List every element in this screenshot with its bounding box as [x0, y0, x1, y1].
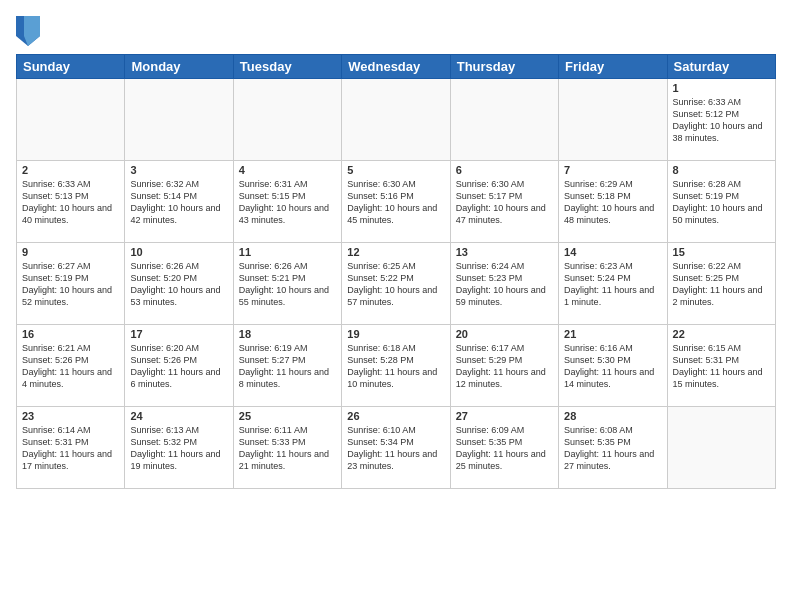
calendar-cell: [450, 79, 558, 161]
day-info: Sunrise: 6:17 AM Sunset: 5:29 PM Dayligh…: [456, 342, 553, 391]
weekday-header-tuesday: Tuesday: [233, 55, 341, 79]
day-info: Sunrise: 6:09 AM Sunset: 5:35 PM Dayligh…: [456, 424, 553, 473]
calendar-cell: [559, 79, 667, 161]
day-info: Sunrise: 6:29 AM Sunset: 5:18 PM Dayligh…: [564, 178, 661, 227]
weekday-header-friday: Friday: [559, 55, 667, 79]
day-info: Sunrise: 6:25 AM Sunset: 5:22 PM Dayligh…: [347, 260, 444, 309]
day-info: Sunrise: 6:11 AM Sunset: 5:33 PM Dayligh…: [239, 424, 336, 473]
calendar-cell: 7Sunrise: 6:29 AM Sunset: 5:18 PM Daylig…: [559, 161, 667, 243]
day-info: Sunrise: 6:19 AM Sunset: 5:27 PM Dayligh…: [239, 342, 336, 391]
day-info: Sunrise: 6:13 AM Sunset: 5:32 PM Dayligh…: [130, 424, 227, 473]
day-info: Sunrise: 6:26 AM Sunset: 5:20 PM Dayligh…: [130, 260, 227, 309]
day-number: 14: [564, 246, 661, 258]
week-row-0: 1Sunrise: 6:33 AM Sunset: 5:12 PM Daylig…: [17, 79, 776, 161]
calendar-cell: [667, 407, 775, 489]
calendar-cell: 14Sunrise: 6:23 AM Sunset: 5:24 PM Dayli…: [559, 243, 667, 325]
day-info: Sunrise: 6:24 AM Sunset: 5:23 PM Dayligh…: [456, 260, 553, 309]
day-number: 18: [239, 328, 336, 340]
day-number: 13: [456, 246, 553, 258]
calendar-cell: 11Sunrise: 6:26 AM Sunset: 5:21 PM Dayli…: [233, 243, 341, 325]
day-info: Sunrise: 6:31 AM Sunset: 5:15 PM Dayligh…: [239, 178, 336, 227]
weekday-header-row: SundayMondayTuesdayWednesdayThursdayFrid…: [17, 55, 776, 79]
day-info: Sunrise: 6:23 AM Sunset: 5:24 PM Dayligh…: [564, 260, 661, 309]
day-info: Sunrise: 6:33 AM Sunset: 5:13 PM Dayligh…: [22, 178, 119, 227]
logo: [16, 16, 42, 46]
calendar-cell: 15Sunrise: 6:22 AM Sunset: 5:25 PM Dayli…: [667, 243, 775, 325]
day-info: Sunrise: 6:16 AM Sunset: 5:30 PM Dayligh…: [564, 342, 661, 391]
day-number: 20: [456, 328, 553, 340]
calendar-cell: 24Sunrise: 6:13 AM Sunset: 5:32 PM Dayli…: [125, 407, 233, 489]
weekday-header-monday: Monday: [125, 55, 233, 79]
week-row-1: 2Sunrise: 6:33 AM Sunset: 5:13 PM Daylig…: [17, 161, 776, 243]
day-info: Sunrise: 6:10 AM Sunset: 5:34 PM Dayligh…: [347, 424, 444, 473]
calendar-cell: 13Sunrise: 6:24 AM Sunset: 5:23 PM Dayli…: [450, 243, 558, 325]
week-row-3: 16Sunrise: 6:21 AM Sunset: 5:26 PM Dayli…: [17, 325, 776, 407]
calendar-cell: 17Sunrise: 6:20 AM Sunset: 5:26 PM Dayli…: [125, 325, 233, 407]
day-info: Sunrise: 6:18 AM Sunset: 5:28 PM Dayligh…: [347, 342, 444, 391]
day-info: Sunrise: 6:15 AM Sunset: 5:31 PM Dayligh…: [673, 342, 770, 391]
day-info: Sunrise: 6:21 AM Sunset: 5:26 PM Dayligh…: [22, 342, 119, 391]
calendar-cell: [125, 79, 233, 161]
day-info: Sunrise: 6:27 AM Sunset: 5:19 PM Dayligh…: [22, 260, 119, 309]
svg-marker-1: [24, 16, 40, 46]
day-number: 26: [347, 410, 444, 422]
day-number: 8: [673, 164, 770, 176]
calendar-cell: 16Sunrise: 6:21 AM Sunset: 5:26 PM Dayli…: [17, 325, 125, 407]
calendar-cell: 25Sunrise: 6:11 AM Sunset: 5:33 PM Dayli…: [233, 407, 341, 489]
calendar: SundayMondayTuesdayWednesdayThursdayFrid…: [16, 54, 776, 489]
day-number: 25: [239, 410, 336, 422]
calendar-cell: 26Sunrise: 6:10 AM Sunset: 5:34 PM Dayli…: [342, 407, 450, 489]
calendar-cell: 4Sunrise: 6:31 AM Sunset: 5:15 PM Daylig…: [233, 161, 341, 243]
day-number: 5: [347, 164, 444, 176]
day-info: Sunrise: 6:14 AM Sunset: 5:31 PM Dayligh…: [22, 424, 119, 473]
calendar-cell: 6Sunrise: 6:30 AM Sunset: 5:17 PM Daylig…: [450, 161, 558, 243]
calendar-cell: 8Sunrise: 6:28 AM Sunset: 5:19 PM Daylig…: [667, 161, 775, 243]
page: SundayMondayTuesdayWednesdayThursdayFrid…: [0, 0, 792, 612]
calendar-cell: 3Sunrise: 6:32 AM Sunset: 5:14 PM Daylig…: [125, 161, 233, 243]
day-number: 10: [130, 246, 227, 258]
weekday-header-saturday: Saturday: [667, 55, 775, 79]
calendar-cell: 21Sunrise: 6:16 AM Sunset: 5:30 PM Dayli…: [559, 325, 667, 407]
day-info: Sunrise: 6:28 AM Sunset: 5:19 PM Dayligh…: [673, 178, 770, 227]
day-info: Sunrise: 6:32 AM Sunset: 5:14 PM Dayligh…: [130, 178, 227, 227]
calendar-cell: 12Sunrise: 6:25 AM Sunset: 5:22 PM Dayli…: [342, 243, 450, 325]
day-number: 28: [564, 410, 661, 422]
day-number: 23: [22, 410, 119, 422]
calendar-cell: 23Sunrise: 6:14 AM Sunset: 5:31 PM Dayli…: [17, 407, 125, 489]
week-row-2: 9Sunrise: 6:27 AM Sunset: 5:19 PM Daylig…: [17, 243, 776, 325]
day-info: Sunrise: 6:08 AM Sunset: 5:35 PM Dayligh…: [564, 424, 661, 473]
calendar-cell: 1Sunrise: 6:33 AM Sunset: 5:12 PM Daylig…: [667, 79, 775, 161]
header: [16, 16, 776, 46]
day-number: 22: [673, 328, 770, 340]
calendar-cell: [17, 79, 125, 161]
day-number: 6: [456, 164, 553, 176]
weekday-header-sunday: Sunday: [17, 55, 125, 79]
weekday-header-thursday: Thursday: [450, 55, 558, 79]
day-number: 16: [22, 328, 119, 340]
day-number: 9: [22, 246, 119, 258]
day-number: 12: [347, 246, 444, 258]
day-number: 4: [239, 164, 336, 176]
day-number: 27: [456, 410, 553, 422]
logo-icon: [16, 16, 40, 46]
calendar-cell: 5Sunrise: 6:30 AM Sunset: 5:16 PM Daylig…: [342, 161, 450, 243]
day-number: 19: [347, 328, 444, 340]
calendar-cell: 22Sunrise: 6:15 AM Sunset: 5:31 PM Dayli…: [667, 325, 775, 407]
day-number: 17: [130, 328, 227, 340]
day-info: Sunrise: 6:30 AM Sunset: 5:16 PM Dayligh…: [347, 178, 444, 227]
weekday-header-wednesday: Wednesday: [342, 55, 450, 79]
calendar-cell: 28Sunrise: 6:08 AM Sunset: 5:35 PM Dayli…: [559, 407, 667, 489]
day-info: Sunrise: 6:30 AM Sunset: 5:17 PM Dayligh…: [456, 178, 553, 227]
day-number: 2: [22, 164, 119, 176]
calendar-cell: 20Sunrise: 6:17 AM Sunset: 5:29 PM Dayli…: [450, 325, 558, 407]
day-number: 1: [673, 82, 770, 94]
day-info: Sunrise: 6:33 AM Sunset: 5:12 PM Dayligh…: [673, 96, 770, 145]
calendar-cell: 19Sunrise: 6:18 AM Sunset: 5:28 PM Dayli…: [342, 325, 450, 407]
day-number: 15: [673, 246, 770, 258]
day-info: Sunrise: 6:22 AM Sunset: 5:25 PM Dayligh…: [673, 260, 770, 309]
day-number: 24: [130, 410, 227, 422]
day-info: Sunrise: 6:20 AM Sunset: 5:26 PM Dayligh…: [130, 342, 227, 391]
day-number: 11: [239, 246, 336, 258]
day-number: 21: [564, 328, 661, 340]
day-number: 3: [130, 164, 227, 176]
